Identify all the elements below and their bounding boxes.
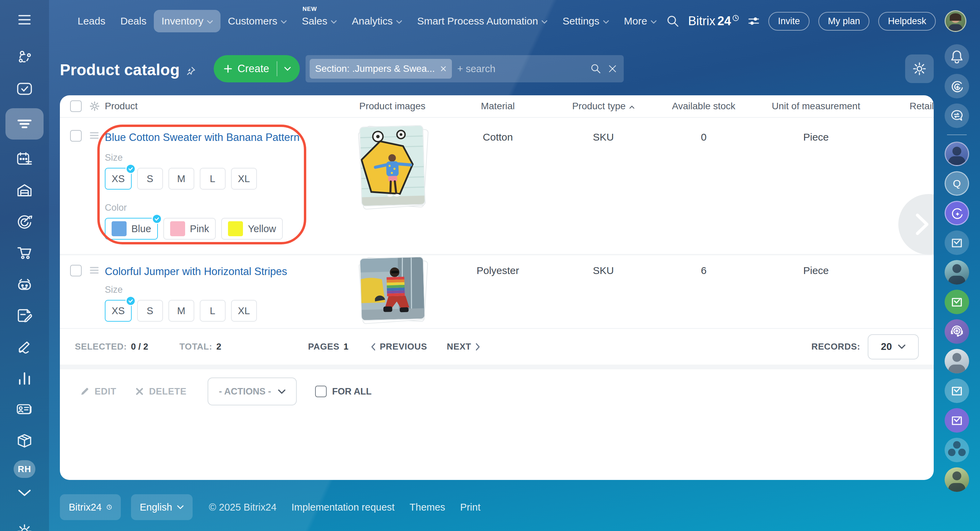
chat-avatar-cat[interactable] [945,349,969,373]
sidebar-item-collaboration[interactable] [5,46,43,69]
filter-chip-section[interactable]: Section: .Jumpers & Swea... [310,59,452,79]
column-header-available-stock[interactable]: Available stock [653,101,755,112]
task-chat-button[interactable] [945,290,969,314]
for-all-checkbox[interactable] [315,386,327,397]
nav-item-settings[interactable]: Settings [555,10,616,32]
bitrix24-logo[interactable]: Bitrix 24 [688,14,739,28]
filter-search-bar[interactable]: Section: .Jumpers & Swea... [305,55,624,82]
sidebar-item-marketing[interactable] [5,210,43,233]
workspace-badge[interactable]: RH [14,460,35,478]
delete-button[interactable]: DELETE [135,386,186,397]
search-input[interactable] [457,63,590,75]
create-dropdown-chevron[interactable] [277,67,298,71]
pin-icon[interactable] [186,66,196,76]
sidebar-expand[interactable] [5,485,43,501]
sidebar-item-ai[interactable] [5,272,43,296]
sidebar-item-crm-active[interactable] [5,108,43,140]
edit-button[interactable]: EDIT [80,386,116,397]
language-select[interactable]: English [131,494,192,520]
size-chip-selected[interactable]: XS [105,300,132,322]
nav-item-analytics[interactable]: Analytics [344,10,410,32]
select-all-checkbox[interactable] [70,100,82,112]
size-chip[interactable]: M [169,300,194,322]
sidebar-item-inventory[interactable] [5,429,43,453]
footer-link-implementation[interactable]: Implementation request [292,502,395,513]
size-chip[interactable]: S [137,168,163,190]
grid-settings-button[interactable] [905,54,934,83]
color-chip[interactable]: Pink [163,218,216,240]
task-chat-button[interactable] [945,378,969,403]
size-chip[interactable]: XL [231,168,257,190]
helpdesk-button[interactable]: Helpdesk [878,12,936,30]
column-header-product[interactable]: Product [105,101,343,112]
invite-button[interactable]: Invite [768,12,810,30]
sidebar-item-warehouse[interactable] [5,179,43,202]
product-link[interactable]: Colorful Jumper with Horizontal Stripes [105,266,287,278]
user-avatar[interactable] [945,10,966,32]
sidebar-item-esign[interactable] [5,335,43,359]
previous-page-button[interactable]: PREVIOUS [371,341,427,352]
clear-search-icon[interactable] [608,64,617,73]
search-icon[interactable] [590,63,601,74]
copilot-button[interactable] [945,74,969,98]
row-checkbox[interactable] [70,130,82,142]
column-header-product-type[interactable]: Product type [554,101,653,112]
drag-handle-icon[interactable] [89,131,99,140]
nav-item-deals[interactable]: Deals [113,10,154,32]
notifications-button[interactable] [945,44,969,69]
nav-item-customers[interactable]: Customers [221,10,294,32]
product-link[interactable]: Blue Cotton Sweater with Banana Pattern [105,131,299,144]
nav-item-smart-process-automation[interactable]: Smart Process Automation [410,10,555,32]
next-page-button[interactable]: NEXT [447,341,480,352]
sidebar-settings[interactable] [5,520,43,531]
column-header-material[interactable]: Material [442,101,554,112]
search-icon[interactable] [666,14,679,27]
my-plan-button[interactable]: My plan [818,12,870,30]
messenger-button[interactable] [945,104,969,128]
drag-handle-icon[interactable] [89,266,99,274]
nav-item-inventory[interactable]: Inventory [154,10,220,32]
task-chat-button[interactable] [945,408,969,433]
product-image[interactable] [361,127,424,205]
chat-avatar[interactable] [945,260,969,285]
sidebar-item-store[interactable] [5,241,43,265]
task-chat-button[interactable] [945,230,969,255]
size-chip[interactable]: M [169,168,194,190]
row-checkbox[interactable] [70,265,82,276]
nav-item-leads[interactable]: Leads [70,10,113,32]
create-button[interactable]: Create [214,55,300,82]
color-chip[interactable]: Yellow [221,218,283,240]
group-chat-avatar[interactable] [945,438,969,462]
chat-avatar[interactable] [945,467,969,492]
footer-brand-button[interactable]: Bitrix24 [60,494,121,520]
size-chip-selected[interactable]: XS [105,168,132,190]
sidebar-item-documents[interactable] [5,304,43,327]
remove-filter-icon[interactable] [440,66,447,72]
size-chip[interactable]: XL [231,300,257,322]
footer-link-themes[interactable]: Themes [410,502,445,513]
sidebar-item-bi[interactable] [5,366,43,390]
footer-link-print[interactable]: Print [460,502,480,513]
size-chip[interactable]: S [137,300,163,322]
nav-item-more[interactable]: More [617,10,664,32]
size-chip[interactable]: L [200,300,226,322]
sidebar-item-company[interactable] [5,397,43,421]
actions-dropdown[interactable]: - ACTIONS - [208,378,297,405]
chatgpt-assistant-button[interactable] [945,319,969,344]
tariff-sliders-icon[interactable] [748,16,759,26]
copilot-chat-button[interactable] [945,201,969,225]
column-header-unit[interactable]: Unit of measurement [755,101,877,112]
size-chip[interactable]: L [200,168,226,190]
nav-item-sales[interactable]: NEWSales [294,10,344,32]
q-chat-badge[interactable]: Q [945,171,969,196]
color-chip-selected[interactable]: Blue [105,218,158,240]
hamburger-menu-icon[interactable] [17,14,32,26]
column-header-product-images[interactable]: Product images [343,101,442,112]
records-per-page-select[interactable]: 20 [868,334,919,359]
sidebar-item-tasks[interactable] [5,77,43,101]
column-header-retail[interactable]: Retail [877,101,934,112]
chat-avatar[interactable] [945,142,969,166]
sidebar-item-calendar[interactable] [5,147,43,171]
column-settings-icon[interactable] [89,101,100,112]
product-image[interactable] [361,258,424,319]
